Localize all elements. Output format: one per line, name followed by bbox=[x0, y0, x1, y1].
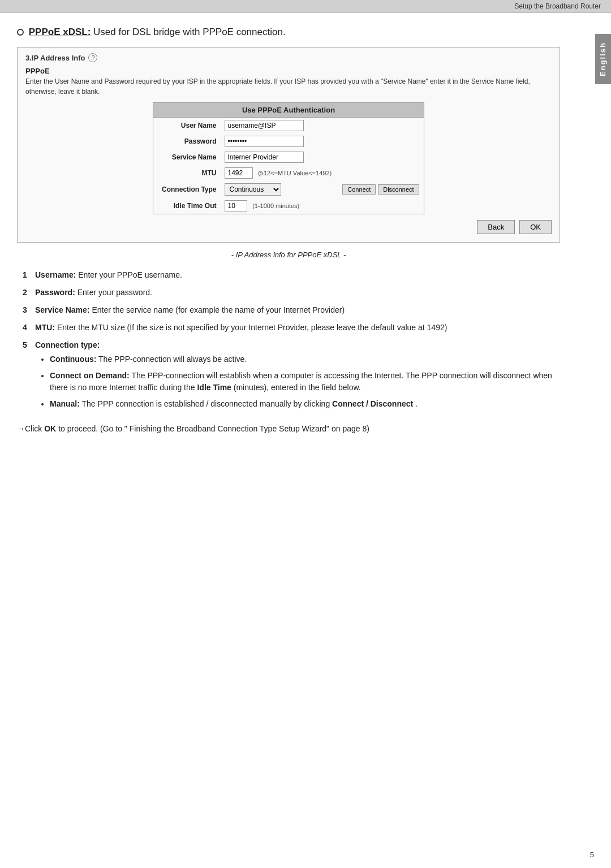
page-title: PPPoE xDSL: Used for DSL bridge with PPP… bbox=[17, 27, 560, 38]
section-heading-text: 3.IP Address Info bbox=[25, 54, 85, 62]
username-field-cell bbox=[221, 118, 337, 134]
idle-timeout-field-cell: (1-1000 minutes) bbox=[221, 198, 337, 214]
mtu-hint: (512<=MTU Value<=1492) bbox=[258, 170, 332, 176]
connect-on-demand-label: Connect on Demand: bbox=[50, 371, 130, 380]
username-input[interactable] bbox=[225, 120, 304, 131]
connection-type-select[interactable]: Continuous Connect on Demand Manual bbox=[225, 183, 281, 196]
password-input[interactable] bbox=[225, 136, 304, 147]
list-item: Connection type: Continuous: The PPP-con… bbox=[23, 339, 560, 414]
radio-circle-icon bbox=[17, 29, 24, 36]
auth-table: Use PPPoE Authentication User Name Pas bbox=[153, 102, 424, 214]
table-caption: - IP Address info for PPPoE xDSL - bbox=[17, 251, 560, 259]
arrow-note: →Click OK to proceed. (Go to " Finishing… bbox=[17, 422, 560, 435]
pppoe-title-sub: Used for DSL bridge with PPPoE connectio… bbox=[93, 27, 286, 37]
section-description: Enter the User Name and Password require… bbox=[25, 76, 552, 97]
connection-type-bullets: Continuous: The PPP-connection will alwa… bbox=[35, 353, 560, 410]
idle-time-text: (minutes), entered in the field below. bbox=[234, 383, 361, 392]
connect-button[interactable]: Connect bbox=[342, 184, 376, 195]
list-item: Password: Enter your password. bbox=[23, 287, 560, 299]
table-row: Connection Type Continuous Connect on De… bbox=[153, 181, 424, 198]
item1-text: Enter your PPPoE username. bbox=[78, 270, 182, 279]
auth-table-header: Use PPPoE Authentication bbox=[153, 103, 424, 118]
table-row: User Name bbox=[153, 118, 424, 134]
arrow-text: to proceed. (Go to " Finishing the Broad… bbox=[58, 424, 369, 433]
item4-label: MTU: bbox=[35, 323, 55, 332]
idle-time-label: Idle Time bbox=[197, 383, 231, 392]
connection-type-buttons-cell: Connect Disconnect bbox=[337, 181, 424, 198]
connect-disconnect-label: Connect / Disconnect bbox=[332, 399, 413, 408]
item2-text: Enter your password. bbox=[78, 288, 152, 297]
idle-timeout-input[interactable] bbox=[225, 200, 247, 211]
pppoe-label: PPPoE bbox=[25, 67, 552, 75]
form-buttons: Back OK bbox=[25, 220, 552, 234]
continuous-text: The PPP-connection will always be active… bbox=[98, 355, 247, 364]
list-item: Username: Enter your PPPoE username. bbox=[23, 269, 560, 281]
top-bar-text: Setup the Broadband Router bbox=[514, 2, 601, 10]
item5-label: Connection type: bbox=[35, 340, 100, 349]
list-item: MTU: Enter the MTU size (If the size is … bbox=[23, 322, 560, 334]
arrow-prefix: →Click bbox=[17, 424, 44, 433]
mtu-input[interactable] bbox=[225, 167, 253, 179]
service-name-field-cell bbox=[221, 149, 337, 165]
section-heading: 3.IP Address Info ? bbox=[25, 53, 552, 62]
service-name-label: Service Name bbox=[153, 149, 221, 165]
item1-label: Username: bbox=[35, 270, 76, 279]
item3-label: Service Name: bbox=[35, 305, 90, 314]
numbered-list: Username: Enter your PPPoE username. Pas… bbox=[17, 269, 560, 414]
idle-timeout-hint: (1-1000 minutes) bbox=[252, 202, 299, 209]
password-label: Password bbox=[153, 133, 221, 149]
bullet-item: Manual: The PPP connection is establishe… bbox=[50, 398, 560, 410]
side-tab-label: English bbox=[599, 42, 607, 76]
list-item: Service Name: Enter the service name (fo… bbox=[23, 304, 560, 316]
item3-text: Enter the service name (for example the … bbox=[92, 305, 345, 314]
table-row: Idle Time Out (1-1000 minutes) bbox=[153, 198, 424, 214]
top-bar: Setup the Broadband Router bbox=[0, 0, 611, 13]
service-name-input[interactable] bbox=[225, 152, 304, 163]
connection-type-field-cell: Continuous Connect on Demand Manual bbox=[221, 181, 337, 198]
table-row: MTU (512<=MTU Value<=1492) bbox=[153, 165, 424, 181]
password-field-cell bbox=[221, 133, 337, 149]
side-tab-english: English bbox=[595, 34, 611, 84]
item2-label: Password: bbox=[35, 288, 75, 297]
back-button[interactable]: Back bbox=[477, 220, 515, 234]
table-row: Service Name bbox=[153, 149, 424, 165]
main-content: PPPoE xDSL: Used for DSL bridge with PPP… bbox=[0, 13, 588, 452]
list-item-content: MTU: Enter the MTU size (If the size is … bbox=[35, 322, 560, 334]
manual-text: The PPP connection is established / disc… bbox=[82, 399, 333, 408]
continuous-label: Continuous: bbox=[50, 355, 96, 364]
mtu-label: MTU bbox=[153, 165, 221, 181]
list-item-content: Service Name: Enter the service name (fo… bbox=[35, 304, 560, 316]
section-box: 3.IP Address Info ? PPPoE Enter the User… bbox=[17, 47, 560, 243]
pppoe-title-bold: PPPoE xDSL: bbox=[29, 27, 91, 37]
mtu-field-cell: (512<=MTU Value<=1492) bbox=[221, 165, 337, 181]
username-label: User Name bbox=[153, 118, 221, 134]
idle-timeout-label: Idle Time Out bbox=[153, 198, 221, 214]
disconnect-button[interactable]: Disconnect bbox=[378, 184, 419, 195]
manual-label: Manual: bbox=[50, 399, 80, 408]
help-icon[interactable]: ? bbox=[88, 53, 97, 62]
table-row: Password bbox=[153, 133, 424, 149]
manual-text-end: . bbox=[415, 399, 418, 408]
list-item-content: Connection type: Continuous: The PPP-con… bbox=[35, 339, 560, 414]
list-item-content: Username: Enter your PPPoE username. bbox=[35, 269, 560, 281]
bullet-item: Continuous: The PPP-connection will alwa… bbox=[50, 353, 560, 365]
connection-buttons: Connect Disconnect bbox=[342, 184, 419, 195]
bullet-item: Connect on Demand: The PPP-connection wi… bbox=[50, 370, 560, 394]
ok-button[interactable]: OK bbox=[519, 220, 552, 234]
auth-table-wrapper: Use PPPoE Authentication User Name Pas bbox=[153, 102, 424, 214]
list-item-content: Password: Enter your password. bbox=[35, 287, 560, 299]
page-number: 5 bbox=[590, 850, 594, 859]
connection-type-label: Connection Type bbox=[153, 181, 221, 198]
arrow-ok-label: OK bbox=[44, 424, 56, 433]
item4-text: Enter the MTU size (If the size is not s… bbox=[57, 323, 447, 332]
